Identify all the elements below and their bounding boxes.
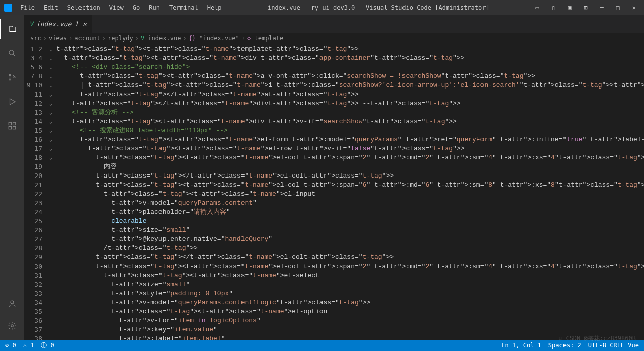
svg-point-1 bbox=[9, 74, 11, 76]
line-numbers: 1 2 3 4 5 6 7 8 9 10 11 12 13 14 15 16 1… bbox=[24, 44, 49, 340]
breadcrumb-item[interactable]: views bbox=[49, 35, 67, 42]
status-warnings[interactable]: ⚠ 1 bbox=[23, 342, 34, 349]
menu-help[interactable]: Help bbox=[203, 2, 226, 13]
tabs: V index.vue 1 ✕ ▯ ⋯ bbox=[24, 15, 644, 33]
menu-terminal[interactable]: Terminal bbox=[165, 2, 202, 13]
status-cursor-pos[interactable]: Ln 1, Col 1 bbox=[501, 342, 541, 349]
layout-icon[interactable]: ▭ bbox=[531, 4, 543, 11]
tab-modified: 1 bbox=[74, 20, 78, 28]
close-icon[interactable]: ✕ bbox=[628, 4, 640, 11]
layout2-icon[interactable]: ▣ bbox=[564, 4, 576, 11]
maximize-icon[interactable]: □ bbox=[612, 4, 624, 11]
editor: V index.vue 1 ✕ ▯ ⋯ src›views›account›re… bbox=[24, 15, 644, 340]
svg-point-8 bbox=[11, 301, 14, 304]
tab-close-icon[interactable]: ✕ bbox=[83, 20, 87, 28]
status-spaces[interactable]: Spaces: 2 bbox=[548, 342, 581, 349]
breadcrumbs[interactable]: src›views›account›replydy›V index.vue›{}… bbox=[24, 33, 644, 44]
watermark: u CSDN @梅花:cz839860B bbox=[558, 334, 636, 343]
status-info[interactable]: ⓘ 0 bbox=[41, 341, 54, 350]
extensions-icon[interactable] bbox=[0, 116, 24, 136]
menu-view[interactable]: View bbox=[105, 2, 128, 13]
vscode-logo-icon bbox=[4, 4, 12, 12]
menu-go[interactable]: Go bbox=[129, 2, 144, 13]
run-debug-icon[interactable] bbox=[0, 92, 24, 112]
svg-rect-4 bbox=[9, 122, 11, 125]
breadcrumb-item[interactable]: src bbox=[30, 35, 41, 42]
breadcrumb-item[interactable]: account bbox=[74, 35, 100, 42]
menu-file[interactable]: File bbox=[16, 2, 39, 13]
source-control-icon[interactable] bbox=[0, 67, 24, 87]
svg-rect-6 bbox=[9, 127, 11, 129]
panel-icon[interactable]: ▯ bbox=[547, 4, 559, 11]
svg-rect-7 bbox=[13, 127, 16, 129]
status-errors[interactable]: ⊘ 0 bbox=[5, 342, 16, 349]
account-icon[interactable] bbox=[0, 294, 24, 314]
minimize-icon[interactable]: ─ bbox=[596, 4, 608, 11]
menu-edit[interactable]: Edit bbox=[40, 2, 62, 13]
breadcrumb-item[interactable]: replydy bbox=[108, 35, 133, 42]
fold-gutter[interactable]: ⌄ ⌄ ⌄ ⌄ ⌄ ⌄ ⌄ ⌄ ⌄ ⌄ ⌄ ⌄ ⌄ bbox=[49, 44, 56, 340]
menu-run[interactable]: Run bbox=[145, 2, 164, 13]
breadcrumb-item[interactable]: ◇ template bbox=[247, 35, 283, 42]
svg-point-0 bbox=[9, 50, 14, 55]
code-content[interactable]: t-attr">class="t-tag"><t-attr">class="t-… bbox=[56, 44, 644, 340]
tab-index-vue[interactable]: V index.vue 1 ✕ bbox=[24, 15, 92, 33]
svg-point-2 bbox=[9, 79, 11, 80]
status-encoding[interactable]: UTF-8 CRLF Vue bbox=[588, 342, 639, 349]
menu-selection[interactable]: Selection bbox=[63, 2, 104, 13]
window-title: index.vue - ry-ui-dev3.0 - Visual Studio… bbox=[226, 4, 531, 11]
status-bar: ⊘ 0 ⚠ 1 ⓘ 0 Ln 1, Col 1 Spaces: 2 UTF-8 … bbox=[0, 340, 644, 351]
explorer-icon[interactable] bbox=[0, 19, 24, 39]
split-icon[interactable]: ⊞ bbox=[580, 4, 592, 11]
search-icon[interactable] bbox=[0, 43, 24, 63]
menu-bar: FileEditSelectionViewGoRunTerminalHelp bbox=[16, 2, 226, 13]
vue-icon: V bbox=[29, 20, 33, 28]
breadcrumb-item[interactable]: V index.vue bbox=[141, 35, 181, 42]
svg-point-9 bbox=[11, 325, 14, 327]
activity-bar bbox=[0, 15, 24, 340]
tab-label: index.vue bbox=[36, 20, 71, 28]
svg-rect-5 bbox=[13, 122, 16, 125]
settings-gear-icon[interactable] bbox=[0, 316, 24, 336]
breadcrumb-item[interactable]: {} "index.vue" bbox=[189, 35, 239, 42]
title-bar: FileEditSelectionViewGoRunTerminalHelp i… bbox=[0, 0, 644, 15]
title-controls: ▭ ▯ ▣ ⊞ ─ □ ✕ bbox=[531, 4, 640, 11]
